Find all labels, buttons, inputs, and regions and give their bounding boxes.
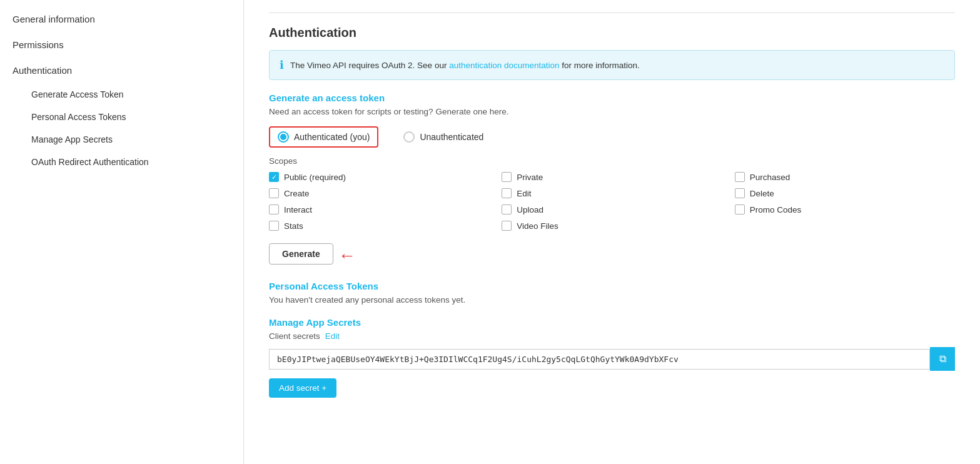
client-secrets-row: Client secrets Edit — [269, 331, 955, 341]
scope-label-promo-codes: Promo Codes — [750, 205, 802, 214]
sidebar: General informationPermissionsAuthentica… — [0, 0, 244, 464]
info-icon: ℹ — [280, 58, 284, 72]
radio-unauthenticated-label: Unauthenticated — [420, 132, 483, 142]
checkbox-public[interactable] — [269, 172, 279, 182]
sidebar-item-authentication[interactable]: Authentication — [0, 58, 243, 83]
scope-label-delete: Delete — [750, 189, 774, 198]
checkbox-interact[interactable] — [269, 204, 279, 214]
scope-label-stats: Stats — [284, 221, 303, 231]
scope-label-create: Create — [284, 189, 310, 198]
scope-item-private[interactable]: Private — [502, 172, 722, 182]
secret-value: bE0yJIPtwejaQEBUseOY4WEkYtBjJ+Qe3IDIlWCC… — [269, 349, 930, 370]
red-arrow: ← — [338, 246, 356, 266]
scope-item-promo-codes[interactable]: Promo Codes — [735, 204, 955, 214]
sidebar-item-generate-access-token[interactable]: Generate Access Token — [0, 83, 243, 106]
scope-label-edit: Edit — [517, 189, 531, 198]
add-secret-button[interactable]: Add secret + — [269, 378, 336, 398]
sidebar-item-personal-access-tokens[interactable]: Personal Access Tokens — [0, 106, 243, 128]
generate-token-desc: Need an access token for scripts or test… — [269, 107, 955, 116]
edit-link[interactable]: Edit — [325, 331, 340, 341]
scope-label-purchased: Purchased — [750, 173, 791, 182]
generate-button-container: Generate ← — [269, 243, 356, 268]
checkbox-create[interactable] — [269, 188, 279, 198]
checkbox-edit[interactable] — [502, 188, 512, 198]
secret-input-row: bE0yJIPtwejaQEBUseOY4WEkYtBjJ+Qe3IDIlWCC… — [269, 347, 955, 371]
checkbox-video-files[interactable] — [502, 221, 512, 231]
radio-unauthenticated[interactable]: Unauthenticated — [403, 131, 483, 143]
sidebar-item-manage-app-secrets[interactable]: Manage App Secrets — [0, 128, 243, 151]
radio-circle-unauthenticated — [403, 131, 415, 143]
radio-group: Authenticated (you) Unauthenticated — [269, 126, 955, 148]
sidebar-item-general-information[interactable]: General information — [0, 6, 243, 32]
scope-label-interact: Interact — [284, 205, 312, 214]
checkbox-stats[interactable] — [269, 221, 279, 231]
scope-item-video-files[interactable]: Video Files — [502, 221, 722, 231]
pat-title: Personal Access Tokens — [269, 281, 955, 291]
scope-item-upload[interactable]: Upload — [502, 204, 722, 214]
banner-text: The Vimeo API requires OAuth 2. See our … — [290, 61, 640, 70]
scopes-label: Scopes — [269, 156, 955, 166]
page-title: Authentication — [269, 26, 955, 40]
scope-item-purchased[interactable]: Purchased — [735, 172, 955, 182]
scope-item-interact[interactable]: Interact — [269, 204, 489, 214]
scope-item-public[interactable]: Public (required) — [269, 172, 489, 182]
copy-button[interactable]: ⧉ — [930, 347, 955, 371]
scope-label-upload: Upload — [517, 205, 543, 214]
pat-desc: You haven't created any personal access … — [269, 295, 955, 305]
info-banner: ℹ The Vimeo API requires OAuth 2. See ou… — [269, 50, 955, 80]
checkbox-private[interactable] — [502, 172, 512, 182]
radio-circle-authenticated — [278, 131, 289, 143]
manage-secrets-title: Manage App Secrets — [269, 317, 955, 328]
scope-label-private: Private — [517, 173, 543, 182]
generate-token-title: Generate an access token — [269, 93, 955, 103]
scope-item-edit[interactable]: Edit — [502, 188, 722, 198]
generate-button[interactable]: Generate — [269, 243, 333, 265]
checkbox-delete[interactable] — [735, 188, 745, 198]
checkbox-promo-codes[interactable] — [735, 204, 745, 214]
radio-authenticated-label: Authenticated (you) — [294, 132, 370, 142]
auth-docs-link[interactable]: authentication documentation — [449, 61, 559, 70]
scope-label-video-files: Video Files — [517, 221, 558, 231]
sidebar-item-permissions[interactable]: Permissions — [0, 32, 243, 58]
scope-item-create[interactable]: Create — [269, 188, 489, 198]
main-content: Authentication ℹ The Vimeo API requires … — [244, 0, 980, 464]
radio-authenticated[interactable]: Authenticated (you) — [269, 126, 378, 148]
scope-item-delete[interactable]: Delete — [735, 188, 955, 198]
scopes-grid: Public (required)PrivatePurchasedCreateE… — [269, 172, 955, 231]
client-secrets-label: Client secrets — [269, 331, 320, 341]
scope-label-public: Public (required) — [284, 173, 346, 182]
scope-item-stats[interactable]: Stats — [269, 221, 489, 231]
sidebar-item-oauth-redirect-authentication[interactable]: OAuth Redirect Authentication — [0, 151, 243, 173]
checkbox-purchased[interactable] — [735, 172, 745, 182]
checkbox-upload[interactable] — [502, 204, 512, 214]
